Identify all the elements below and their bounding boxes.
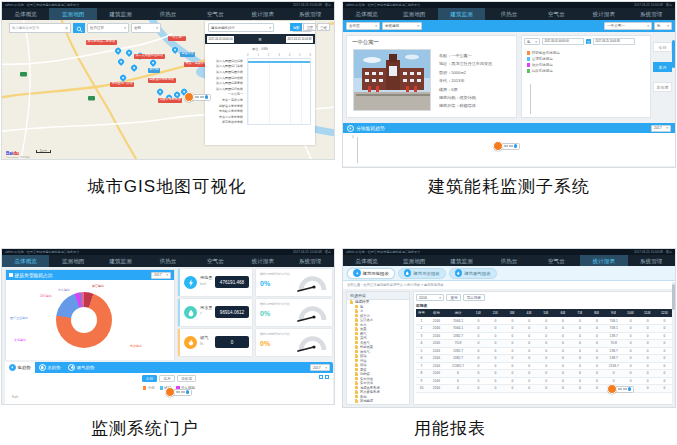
trend-tab-燃气趋势[interactable]: 燃气趋势 — [64, 362, 98, 373]
table-row[interactable]: 920160000000000000 — [416, 377, 673, 385]
nav-tab-7[interactable]: 系统管理 — [287, 8, 334, 20]
export-report-button[interactable]: 导出报表 — [463, 294, 484, 301]
nav-tab-2[interactable]: 监测地图 — [49, 8, 96, 20]
building-label[interactable]: 市中医院门诊楼 — [110, 82, 134, 87]
poi-label[interactable]: 新玛特 — [148, 68, 160, 73]
rank-type-select[interactable]: 建筑总能耗排行 — [208, 23, 274, 32]
nav-tab-4[interactable]: 供热云 — [485, 8, 532, 20]
energy-select[interactable]: 电 — [524, 38, 540, 45]
trend-year-select[interactable]: 2017 — [310, 364, 330, 371]
datetime-and-logout[interactable]: 2017-03-25 10:04:48 退出 — [293, 250, 331, 254]
download-icon[interactable] — [325, 375, 329, 379]
table-row[interactable]: 7201621382.7000000002138.7000 — [416, 362, 673, 370]
nav-tab-5[interactable]: 空气云 — [192, 8, 239, 20]
column-header[interactable]: 2月 — [487, 309, 504, 317]
date-from-input[interactable]: 2017-03-25 00:00:00 — [207, 36, 234, 43]
column-header[interactable]: 6月 — [555, 309, 572, 317]
search-report-button[interactable]: 查询 — [446, 294, 461, 301]
nav-tab-2[interactable]: 监测地图 — [390, 8, 437, 20]
column-header[interactable]: 10月 — [622, 309, 639, 317]
search-input[interactable]: 输入建筑名称查询 × — [9, 23, 71, 33]
trend-tab-水趋势[interactable]: 水趋势 — [35, 362, 65, 373]
nav-tab-5[interactable]: 空气云 — [192, 255, 239, 267]
building-select[interactable]: 一中公寓一 — [604, 22, 652, 30]
period-button-本月[interactable]: 本月 — [159, 375, 175, 382]
nav-tab-3[interactable]: 建筑监测 — [97, 255, 144, 267]
area-select[interactable]: 全市区 — [346, 22, 380, 30]
column-header[interactable]: 总计 — [446, 309, 470, 317]
nav-tab-4[interactable]: 供热云 — [144, 8, 191, 20]
datetime-and-logout[interactable]: 2017-03-25 10:04:48 退出 — [293, 3, 331, 7]
building-label[interactable]: 实验中学教学楼 — [158, 98, 182, 103]
building-label[interactable]: 朝鲜族中学教学楼 — [148, 78, 176, 83]
poi-label[interactable]: 百货大楼 — [180, 52, 195, 57]
column-header[interactable]: 年份 — [427, 309, 446, 317]
city-select[interactable]: 牡丹江市 — [87, 23, 129, 33]
table-row[interactable]: 220167064.100000000708.1000 — [416, 325, 673, 333]
nav-tab-6[interactable]: 统计报表 — [239, 255, 286, 267]
date-to-input[interactable]: 2017-03-25 10:04:38 — [286, 36, 313, 43]
map-control-卫星[interactable]: 卫星 — [303, 23, 316, 31]
column-header[interactable]: 9月 — [605, 309, 622, 317]
map-canvas[interactable]: 师范学院第二教学楼第二人民医院住院楼一中公寓一市中医院门诊楼朝鲜族中学教学楼实验… — [2, 20, 334, 159]
table-row[interactable]: 120167064.100000000708.1000 — [416, 317, 673, 325]
column-header[interactable]: 4月 — [521, 309, 538, 317]
section-year-select[interactable]: 2017 — [651, 125, 671, 132]
nav-tab-6[interactable]: 统计报表 — [580, 8, 627, 20]
nav-tab-3[interactable]: 建筑监测 — [438, 8, 485, 20]
report-tab-建筑用水报表[interactable]: 建筑用水报表 — [398, 268, 446, 279]
trend-tab-电趋势[interactable]: 电趋势 — [5, 362, 35, 373]
nav-tab-3[interactable]: 建筑监测 — [97, 8, 144, 20]
report-tab-建筑燃气报表[interactable]: 建筑燃气报表 — [449, 268, 497, 279]
table-row[interactable]: 820160000000000000 — [416, 370, 673, 378]
datetime-and-logout[interactable]: 2017-03-25 10:04:48 退出 — [634, 3, 672, 7]
datetime-and-logout[interactable]: 2017-03-25 10:04:48 退出 — [634, 250, 672, 254]
period-button-今日[interactable]: 今日 — [142, 375, 158, 382]
period-button-本月[interactable]: 本月 — [653, 62, 672, 72]
column-header[interactable]: 12月 — [656, 309, 673, 317]
nav-tab-6[interactable]: 统计报表 — [239, 8, 286, 20]
column-header[interactable]: 5月 — [538, 309, 555, 317]
nav-tab-7[interactable]: 系统管理 — [287, 255, 334, 267]
nav-tab-1[interactable]: 总体概览 — [2, 255, 49, 267]
search-button[interactable] — [73, 23, 85, 33]
table-row[interactable]: 4201670.80000000070.8000 — [416, 340, 673, 348]
nav-tab-1[interactable]: 总体概览 — [2, 8, 49, 20]
unit-select[interactable]: 栋 — [654, 22, 672, 30]
period-button-本年度[interactable]: 本年度 — [653, 82, 672, 92]
column-header[interactable]: 11月 — [639, 309, 656, 317]
period-button-本年度[interactable]: 本年度 — [177, 375, 196, 382]
building-label[interactable]: 师范学院第二教学楼 — [86, 40, 117, 45]
column-header[interactable]: 1月 — [470, 309, 487, 317]
tree-item-其他能源[interactable]: 其他能源 — [347, 399, 409, 404]
restore-icon[interactable] — [319, 375, 323, 379]
nav-tab-4[interactable]: 供热云 — [144, 255, 191, 267]
report-year-select[interactable]: 2016 — [416, 294, 444, 301]
date-from-input[interactable]: 2017-03-01 00:00:00 — [542, 38, 584, 45]
nav-tab-5[interactable]: 空气云 — [533, 8, 580, 20]
nav-tab-7[interactable]: 系统管理 — [628, 8, 675, 20]
period-button-今日[interactable]: 今日 — [653, 42, 672, 52]
map-control-地图[interactable]: 地图 — [290, 23, 303, 31]
map-control-三维[interactable]: 三维 — [317, 23, 330, 31]
nav-tab-1[interactable]: 总体概览 — [343, 8, 390, 20]
table-row[interactable]: 1020160000000000000 — [416, 385, 673, 393]
donut-year-select[interactable]: 2017 — [151, 272, 171, 279]
column-header[interactable]: 8月 — [588, 309, 605, 317]
date-to-input[interactable]: 2017-03-25 10:04:38 — [593, 38, 635, 45]
report-tab-建筑用电报表[interactable]: 建筑用电报表 — [347, 268, 395, 279]
type-select[interactable]: 全部 — [131, 23, 161, 33]
scrollbar[interactable] — [672, 282, 675, 407]
column-header[interactable]: 序号 — [416, 309, 427, 317]
nav-tab-2[interactable]: 监测地图 — [49, 255, 96, 267]
column-header[interactable]: 7月 — [571, 309, 588, 317]
table-row[interactable]: 620161382.700000000138.7000 — [416, 355, 673, 363]
table-row[interactable]: 320161382.700000000138.7000 — [416, 332, 673, 340]
bar-label: 第二人民医院综合楼 — [205, 76, 245, 80]
building-label[interactable]: 一中公寓一 — [168, 36, 186, 41]
clear-icon[interactable]: × — [65, 26, 68, 31]
building-label[interactable]: 第二人民医院住院楼 — [134, 54, 165, 59]
column-header[interactable]: 3月 — [504, 309, 521, 317]
building-type-select[interactable]: 学校建筑 — [382, 22, 422, 30]
table-row[interactable]: 520161382.700000000138.7000 — [416, 347, 673, 355]
